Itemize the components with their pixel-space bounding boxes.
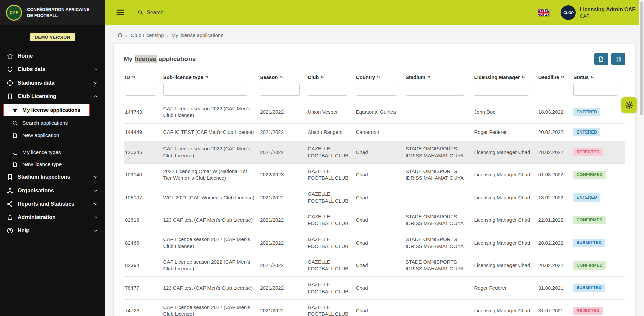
cell-stadium: STADE OMNISPORTS IDRISS MAHAMAT OUYA bbox=[404, 231, 473, 254]
column-header-licensing-manager[interactable]: Licensing Manager bbox=[473, 72, 537, 82]
column-header-deadline[interactable]: Deadline bbox=[537, 72, 572, 82]
title-suffix: applications bbox=[157, 55, 196, 62]
sidebar-item-stadiums-data[interactable]: Stadiums data bbox=[0, 76, 105, 90]
cell-manager: Roger Federer bbox=[473, 277, 537, 300]
table-row-144743[interactable]: 144743CAF Licence season 2022 (CAF Men's… bbox=[124, 101, 625, 123]
table-row-144449[interactable]: 144449CAF IC TEST (CAF Men's Club Licens… bbox=[124, 123, 625, 141]
columns-button[interactable] bbox=[611, 53, 625, 65]
filter-input-country[interactable] bbox=[356, 84, 397, 96]
filter-input-club[interactable] bbox=[308, 84, 347, 96]
bookmark-icon bbox=[7, 93, 13, 100]
column-label: Season bbox=[260, 74, 278, 80]
filter-input-status[interactable] bbox=[573, 84, 618, 96]
column-header-country[interactable]: Country bbox=[355, 72, 404, 82]
sort-icon[interactable] bbox=[131, 75, 136, 80]
sidebar-item-home[interactable]: Home bbox=[0, 49, 105, 63]
cell-club: GAZELLE FOOTBALL CLUB bbox=[306, 209, 355, 231]
sidebar-item-help[interactable]: Help bbox=[0, 224, 105, 238]
cell-deadline: 31.08.2021 bbox=[537, 277, 572, 300]
sidebar-item-stadium-inspections[interactable]: Stadium Inspections bbox=[0, 170, 105, 184]
filter-input-stadium[interactable] bbox=[406, 84, 465, 96]
sort-icon[interactable] bbox=[376, 75, 381, 80]
cell-manager: Licensing Manager Chad bbox=[473, 163, 537, 186]
filter-cell-stadium bbox=[404, 82, 473, 101]
home-icon[interactable] bbox=[117, 32, 123, 38]
breadcrumb-separator: › bbox=[167, 32, 168, 38]
menu-toggle-button[interactable] bbox=[114, 6, 127, 19]
sidebar-item-my-licence-types[interactable]: My licence types bbox=[0, 146, 105, 158]
status-badge: ENTERED bbox=[573, 128, 600, 137]
cell-club: Union Vesper bbox=[306, 101, 355, 123]
status-badge: CONFIRMED bbox=[573, 216, 605, 224]
cell-status: ENTERED bbox=[572, 101, 625, 123]
filter-cell-season bbox=[259, 82, 306, 101]
sidebar-item-clubs-data[interactable]: Clubs data bbox=[0, 63, 105, 76]
sidebar-item-administration[interactable]: Administration bbox=[0, 211, 105, 224]
demo-row: DEMO VERSION bbox=[0, 25, 105, 49]
sidebar-item-new-licence-type[interactable]: New licence type bbox=[0, 158, 105, 170]
table-row-82394[interactable]: 82394CAF Licence season 2022 (CAF Men's … bbox=[124, 254, 625, 277]
table-row-82466[interactable]: 82466CAF Licence season 2022 (CAF Men's … bbox=[124, 231, 625, 254]
scrollbar-thumb[interactable] bbox=[640, 1, 643, 115]
table-row-82618[interactable]: 82618123 CAF test (CAF Men's Club Licens… bbox=[124, 209, 625, 231]
hamburger-icon bbox=[115, 7, 125, 17]
cell-club: Abadu Rangers bbox=[306, 123, 355, 141]
cell-stadium: STADE OMNISPORTS IDRISS MAHAMAT OUYA bbox=[404, 254, 473, 277]
applications-card: My license applications IDSub-licence ty… bbox=[114, 44, 635, 316]
sidebar-item-reports-and-statistics[interactable]: Reports and Statistics bbox=[0, 197, 105, 211]
sidebar-item-club-licensing[interactable]: Club Licensing bbox=[0, 90, 105, 103]
title-prefix: My bbox=[124, 55, 135, 62]
column-header-sub-licence-type[interactable]: Sub-licence type bbox=[162, 72, 259, 82]
sort-icon[interactable] bbox=[560, 75, 565, 80]
status-badge: ENTERED bbox=[573, 193, 600, 202]
search-icon bbox=[12, 120, 18, 126]
table-row-109140[interactable]: 1091402022 Licensing Omar W (National 1s… bbox=[124, 163, 625, 186]
cell-country: Cameroon bbox=[355, 123, 404, 141]
table-row-106107[interactable]: 106107WCL 2021 (CAF Women's Club License… bbox=[124, 186, 625, 209]
column-header-id[interactable]: ID bbox=[124, 72, 162, 82]
cell-country: Equatorial Guinea bbox=[355, 101, 404, 123]
cell-country: Chad bbox=[355, 163, 404, 186]
filter-input-sub-licence-type[interactable] bbox=[163, 84, 248, 96]
sort-icon[interactable] bbox=[521, 75, 526, 80]
sidebar-item-my-license-applications[interactable]: My license applications bbox=[3, 104, 90, 116]
column-header-season[interactable]: Season bbox=[259, 72, 306, 82]
cell-manager: John Doe bbox=[473, 101, 537, 123]
sort-icon[interactable] bbox=[320, 75, 325, 80]
table-row-74723[interactable]: 74723CAF Licence season 2022 (CAF Men's … bbox=[124, 299, 625, 316]
table-row-125345[interactable]: 125345CAF Licence season 2022 (CAF Men's… bbox=[124, 141, 625, 164]
sort-icon[interactable] bbox=[426, 75, 431, 80]
cell-manager: Licensing Manager Chad bbox=[473, 299, 537, 316]
column-header-status[interactable]: Status bbox=[572, 72, 625, 82]
cell-status: REJECTED bbox=[572, 141, 625, 164]
language-flag-icon[interactable] bbox=[538, 9, 549, 16]
chevron-up-icon bbox=[93, 94, 98, 99]
cell-sublicence: 123 CAF test (CAF Men's Club License) bbox=[162, 277, 259, 300]
cell-sublicence: CAF Licence season 2022 (CAF Men's Club … bbox=[162, 231, 259, 254]
column-header-stadium[interactable]: Stadium bbox=[404, 72, 473, 82]
user-menu[interactable]: CLOP Licensing Admin CAF CAF bbox=[561, 5, 635, 20]
cell-country: Chad bbox=[355, 277, 404, 300]
filter-input-season[interactable] bbox=[260, 84, 300, 96]
sort-icon[interactable] bbox=[279, 75, 284, 80]
cell-country: Chad bbox=[355, 209, 404, 231]
status-badge: SUBMITTED bbox=[573, 284, 605, 292]
sort-icon[interactable] bbox=[590, 75, 595, 80]
sidebar-item-new-application[interactable]: New application bbox=[0, 129, 105, 141]
export-button[interactable] bbox=[594, 53, 608, 65]
globe-icon bbox=[7, 80, 13, 86]
sidebar-item-search-applications[interactable]: Search applications bbox=[0, 117, 105, 129]
breadcrumb-item-club-licensing[interactable]: Club Licensing bbox=[131, 32, 164, 38]
chevron-down-icon bbox=[93, 215, 98, 220]
settings-gear-button[interactable] bbox=[621, 97, 637, 113]
filter-input-licensing-manager[interactable] bbox=[474, 84, 529, 96]
column-header-club[interactable]: Club bbox=[306, 72, 355, 82]
sidebar-item-organisations[interactable]: Organisations bbox=[0, 184, 105, 197]
sort-icon[interactable] bbox=[204, 75, 209, 80]
table-row-78477[interactable]: 78477123 CAF test (CAF Men's Club Licens… bbox=[124, 277, 625, 300]
page-title: My license applications bbox=[124, 55, 196, 63]
filter-cell-country bbox=[355, 82, 404, 101]
vertical-scrollbar[interactable] bbox=[639, 0, 644, 316]
global-search-input[interactable] bbox=[147, 10, 260, 16]
filter-input-id[interactable] bbox=[125, 84, 156, 96]
